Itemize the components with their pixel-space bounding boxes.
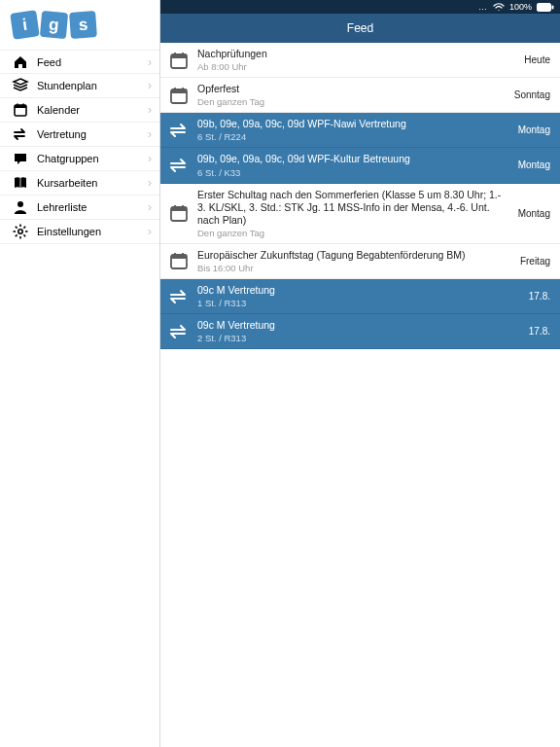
feed-day: Montag	[510, 208, 550, 219]
stack-icon	[12, 77, 29, 94]
home-icon	[12, 53, 29, 71]
gear-icon	[12, 223, 29, 240]
feed-row[interactable]: Nachprüfungen Ab 8:00 Uhr Heute	[160, 43, 560, 78]
logo-tile: s	[69, 11, 97, 39]
feed-title: 09c M Vertretung	[197, 284, 521, 297]
status-bar: 100%	[160, 0, 560, 14]
logo-tile: i	[10, 10, 39, 39]
calendar-icon	[168, 50, 190, 71]
feed-title: 09c M Vertretung	[197, 319, 521, 332]
sidebar-item-label: Lehrerliste	[29, 201, 148, 213]
sidebar-item-label: Kursarbeiten	[29, 177, 148, 189]
top-bar: Feed	[160, 14, 560, 43]
feed-row-vertretung[interactable]: 09c M Vertretung 2 St. / R313 17.8.	[160, 314, 560, 349]
sidebar-item-label: Stundenplan	[29, 80, 148, 91]
svg-rect-20	[552, 5, 554, 9]
sidebar-item-label: Einstellungen	[29, 226, 148, 237]
feed-day: Heute	[516, 54, 550, 65]
feed-title: Nachprüfungen	[197, 48, 516, 60]
feed-day: Montag	[510, 160, 550, 170]
swap-icon	[168, 286, 190, 307]
feed-day: Sonntag	[507, 89, 550, 100]
feed-day: 17.8.	[521, 326, 550, 337]
sidebar-item-kalender[interactable]: Kalender ›	[0, 98, 159, 123]
swap-icon	[168, 120, 190, 141]
feed-sub: 1 St. / R313	[197, 298, 521, 308]
wifi-icon	[493, 3, 505, 12]
feed-sub: 2 St. / R313	[197, 333, 521, 343]
chevron-right-icon: ›	[148, 176, 152, 190]
chevron-right-icon: ›	[148, 152, 152, 165]
swap-icon	[168, 321, 190, 342]
feed-title: Europäischer Zukunftstag (Tagung Begabte…	[197, 249, 512, 262]
chevron-right-icon: ›	[148, 127, 152, 141]
app-logo: i g s	[0, 0, 159, 50]
chevron-right-icon: ›	[148, 55, 152, 69]
calendar-icon	[168, 202, 190, 224]
feed-row[interactable]: Erster Schultag nach den Sommerferien (K…	[160, 184, 560, 244]
page-title: Feed	[347, 21, 373, 35]
sidebar: i g s Feed › Stundenplan › Kalender ›	[0, 0, 160, 747]
svg-rect-19	[538, 3, 551, 11]
feed-title: 09b, 09e, 09a, 09c, 09d WPF-Nawi Vertret…	[197, 118, 510, 130]
calendar-icon	[12, 101, 29, 119]
sidebar-item-lehrerliste[interactable]: Lehrerliste ›	[0, 196, 159, 220]
sidebar-item-label: Kalender	[29, 104, 148, 116]
logo-tile: g	[40, 11, 68, 39]
status-dots-icon	[478, 2, 488, 12]
feed-row[interactable]: Europäischer Zukunftstag (Tagung Begabte…	[160, 244, 560, 279]
feed-day: 17.8.	[521, 291, 550, 302]
sidebar-item-chatgruppen[interactable]: Chatgruppen ›	[0, 147, 159, 171]
feed-day: Freitag	[512, 256, 550, 267]
feed-row-vertretung[interactable]: 09c M Vertretung 1 St. / R313 17.8.	[160, 279, 560, 314]
swap-icon	[168, 155, 190, 176]
feed-day: Montag	[510, 124, 550, 135]
sidebar-item-label: Chatgruppen	[29, 153, 148, 164]
chevron-right-icon: ›	[148, 103, 152, 117]
sidebar-item-stundenplan[interactable]: Stundenplan ›	[0, 74, 159, 98]
feed-row-vertretung[interactable]: 09b, 09e, 09a, 09c, 09d WPF-Kultur Betre…	[160, 148, 560, 183]
feed-sub: Bis 16:00 Uhr	[197, 263, 512, 273]
sidebar-item-einstellungen[interactable]: Einstellungen ›	[0, 220, 159, 244]
feed-sub: Ab 8:00 Uhr	[197, 61, 516, 72]
sidebar-item-label: Vertretung	[29, 128, 148, 140]
feed-title: Opferfest	[197, 83, 507, 95]
feed-row-vertretung[interactable]: 09b, 09e, 09a, 09c, 09d WPF-Nawi Vertret…	[160, 113, 560, 148]
feed-sub: 6 St. / R224	[197, 131, 510, 142]
feed-list[interactable]: Nachprüfungen Ab 8:00 Uhr Heute Opferfes…	[160, 43, 560, 747]
battery-icon	[537, 3, 554, 12]
battery-percent: 100%	[509, 2, 532, 12]
sidebar-item-feed[interactable]: Feed ›	[0, 50, 159, 74]
chat-icon	[12, 150, 29, 167]
chevron-right-icon: ›	[148, 79, 152, 92]
book-icon	[12, 174, 29, 192]
sidebar-item-label: Feed	[29, 56, 148, 68]
main: 100% Feed Nachprüfungen Ab 8:00 Uhr Heut…	[160, 0, 560, 747]
feed-row[interactable]: Opferfest Den ganzen Tag Sonntag	[160, 78, 560, 113]
feed-title: Erster Schultag nach den Sommerferien (K…	[197, 189, 510, 227]
feed-sub: Den ganzen Tag	[197, 96, 507, 107]
feed-sub: Den ganzen Tag	[197, 228, 510, 238]
sidebar-nav: Feed › Stundenplan › Kalender › Vertretu…	[0, 50, 159, 244]
feed-title: 09b, 09e, 09a, 09c, 09d WPF-Kultur Betre…	[197, 153, 510, 165]
sidebar-item-vertretung[interactable]: Vertretung ›	[0, 123, 159, 147]
swap-icon	[12, 125, 29, 143]
calendar-icon	[168, 250, 190, 271]
chevron-right-icon: ›	[148, 200, 152, 214]
sidebar-item-kursarbeiten[interactable]: Kursarbeiten ›	[0, 171, 159, 196]
feed-sub: 6 St. / K33	[197, 167, 510, 178]
chevron-right-icon: ›	[148, 225, 152, 238]
calendar-icon	[168, 85, 190, 106]
person-icon	[12, 198, 29, 216]
